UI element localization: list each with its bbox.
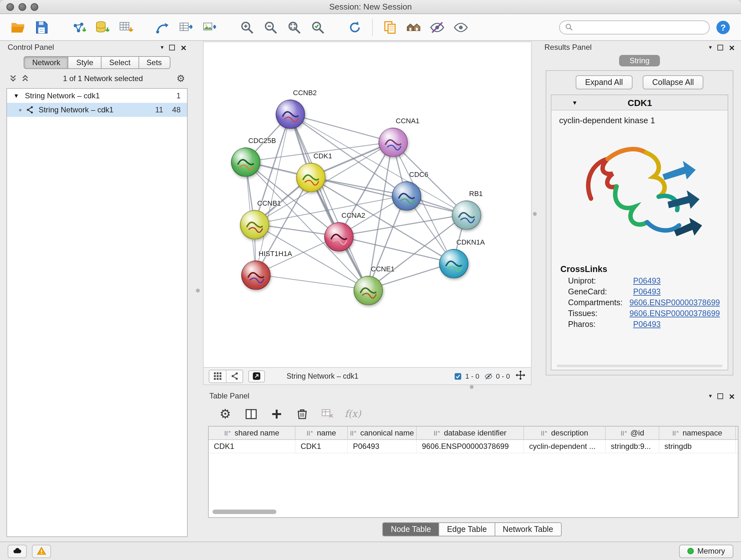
expand-all-button[interactable]: Expand All bbox=[576, 75, 632, 89]
network-edge[interactable] bbox=[290, 114, 393, 142]
collapse-all-button[interactable]: Collapse All bbox=[643, 75, 704, 89]
network-edge[interactable] bbox=[290, 114, 367, 290]
expand-all-icon[interactable] bbox=[21, 74, 29, 82]
import-network-database-button[interactable] bbox=[92, 17, 112, 37]
network-node-cdc6[interactable] bbox=[392, 181, 421, 211]
network-node-ccnb2[interactable] bbox=[276, 100, 305, 129]
table-cell[interactable]: P06493 bbox=[348, 440, 417, 453]
column-options-icon[interactable] bbox=[350, 429, 357, 436]
zoom-in-button[interactable] bbox=[237, 17, 257, 37]
panel-float-icon[interactable] bbox=[169, 44, 175, 50]
add-column-button[interactable] bbox=[268, 406, 285, 422]
string-results-tab[interactable]: String bbox=[619, 55, 660, 66]
network-node-ccna1[interactable] bbox=[379, 128, 408, 157]
hide-selected-button[interactable] bbox=[427, 17, 448, 37]
panel-float-icon[interactable] bbox=[718, 44, 723, 50]
left-splitter-handle[interactable] bbox=[196, 289, 200, 293]
crosslink-value-link[interactable]: P06493 bbox=[633, 320, 661, 329]
network-collection-row[interactable]: ▼ String Network – cdk1 1 bbox=[7, 89, 187, 103]
panel-menu-icon[interactable]: ▾ bbox=[160, 44, 163, 50]
tab-edge-table[interactable]: Edge Table bbox=[440, 522, 495, 537]
column-options-icon[interactable] bbox=[541, 429, 548, 436]
tab-select[interactable]: Select bbox=[102, 56, 139, 69]
apply-layout-button[interactable] bbox=[152, 17, 173, 37]
panel-menu-icon[interactable]: ▾ bbox=[709, 393, 712, 399]
function-builder-button[interactable]: f(x) bbox=[345, 408, 361, 420]
column-header-description[interactable]: description bbox=[524, 427, 606, 439]
help-button[interactable]: ? bbox=[713, 17, 733, 37]
column-header-@id[interactable]: @id bbox=[606, 427, 659, 439]
birdseye-view-button[interactable] bbox=[209, 370, 226, 382]
memory-button[interactable]: Memory bbox=[679, 544, 733, 558]
network-node-hist1h1a[interactable] bbox=[241, 260, 271, 290]
table-cell[interactable]: stringdb bbox=[659, 440, 736, 453]
tab-sets[interactable]: Sets bbox=[139, 56, 170, 69]
column-header-database-identifier[interactable]: database identifier bbox=[417, 427, 524, 439]
crosslink-value-link[interactable]: P06493 bbox=[633, 287, 661, 296]
network-node-rb1[interactable] bbox=[452, 200, 481, 230]
bottom-splitter-handle[interactable] bbox=[470, 385, 474, 389]
table-row[interactable]: CDK1CDK1P064939606.ENSP00000378699cyclin… bbox=[209, 440, 738, 453]
column-options-icon[interactable] bbox=[434, 429, 441, 436]
tab-network-table[interactable]: Network Table bbox=[495, 522, 561, 537]
table-settings-gear-icon[interactable]: ⚙ bbox=[217, 406, 233, 422]
import-table-button[interactable] bbox=[116, 17, 136, 37]
warnings-button[interactable] bbox=[32, 544, 51, 558]
column-options-icon[interactable] bbox=[224, 429, 231, 436]
network-node-cdkn1a[interactable] bbox=[439, 249, 468, 278]
cloud-status-button[interactable] bbox=[8, 544, 27, 558]
zoom-out-button[interactable] bbox=[260, 17, 281, 37]
gear-icon[interactable]: ⚙ bbox=[177, 73, 185, 83]
table-cell[interactable]: cyclin-dependent ... bbox=[524, 440, 606, 453]
search-input[interactable] bbox=[559, 20, 710, 34]
show-selected-button[interactable] bbox=[451, 17, 471, 37]
network-row-selected[interactable]: ● String Network – cdk1 11 48 bbox=[7, 103, 187, 117]
column-header-canonical-name[interactable]: canonical name bbox=[348, 427, 417, 439]
network-node-cdk1[interactable] bbox=[296, 163, 326, 192]
column-options-icon[interactable] bbox=[672, 429, 679, 436]
tab-network[interactable]: Network bbox=[24, 56, 69, 69]
string-panel-toggle-button[interactable] bbox=[226, 370, 243, 382]
delete-column-button[interactable] bbox=[293, 406, 310, 422]
panel-float-icon[interactable] bbox=[718, 393, 723, 399]
show-columns-button[interactable] bbox=[243, 406, 259, 422]
chevron-down-icon[interactable]: ▼ bbox=[13, 92, 21, 99]
column-options-icon[interactable] bbox=[620, 429, 627, 436]
network-node-ccne1[interactable] bbox=[354, 276, 383, 305]
network-edge[interactable] bbox=[256, 274, 367, 290]
network-edge[interactable] bbox=[254, 114, 290, 224]
open-session-button[interactable] bbox=[8, 17, 28, 37]
clone-network-button[interactable] bbox=[380, 17, 400, 37]
network-edge[interactable] bbox=[338, 236, 453, 263]
panel-close-icon[interactable]: × bbox=[729, 43, 735, 52]
network-node-ccnb1[interactable] bbox=[240, 210, 269, 240]
table-cell[interactable]: CDK1 bbox=[209, 440, 295, 453]
import-network-file-button[interactable] bbox=[68, 17, 89, 37]
save-session-button[interactable] bbox=[31, 17, 52, 37]
table-cell[interactable]: stringdb:9... bbox=[606, 440, 659, 453]
refresh-view-button[interactable] bbox=[345, 17, 365, 37]
column-options-icon[interactable] bbox=[307, 429, 314, 436]
panel-menu-icon[interactable]: ▾ bbox=[709, 44, 712, 50]
crosslink-value-link[interactable]: 9606.ENSP00000378699 bbox=[629, 309, 720, 318]
panel-close-icon[interactable]: × bbox=[729, 391, 735, 401]
network-view-canvas[interactable]: CCNB2CCNA1CDC25BCDK1CDC6RB1CCNB1CCNA2CDK… bbox=[203, 42, 532, 368]
collapse-all-icon[interactable] bbox=[9, 74, 17, 82]
gene-card-header[interactable]: ▼ CDK1 bbox=[551, 95, 728, 111]
right-splitter-handle[interactable] bbox=[533, 212, 537, 216]
column-header-name[interactable]: name bbox=[295, 427, 348, 439]
chevron-down-icon[interactable]: ▼ bbox=[572, 99, 578, 106]
zoom-fit-button[interactable] bbox=[284, 17, 305, 37]
network-node-ccna2[interactable] bbox=[324, 222, 354, 252]
export-image-button[interactable] bbox=[200, 17, 220, 37]
export-table-button[interactable] bbox=[176, 17, 197, 37]
panel-close-icon[interactable]: × bbox=[181, 43, 186, 52]
table-cell[interactable]: CDK1 bbox=[295, 440, 348, 453]
pan-tool-button[interactable] bbox=[515, 369, 526, 383]
show-all-panels-button[interactable] bbox=[403, 17, 424, 37]
column-header-shared-name[interactable]: shared name bbox=[209, 427, 295, 439]
table-cell[interactable]: 9606.ENSP00000378699 bbox=[417, 440, 524, 453]
crosslink-value-link[interactable]: P06493 bbox=[633, 276, 661, 286]
tab-style[interactable]: Style bbox=[69, 56, 102, 69]
tab-node-table[interactable]: Node Table bbox=[383, 522, 440, 537]
